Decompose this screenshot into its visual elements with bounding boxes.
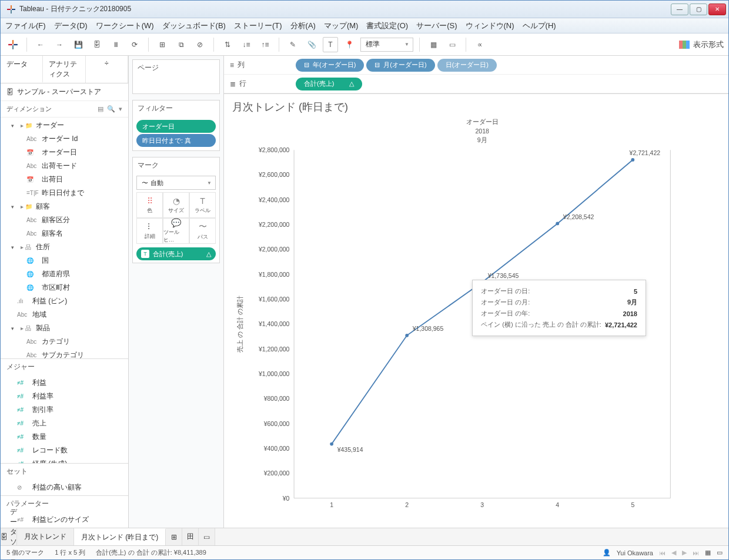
menu-server[interactable]: サーバー(S)	[416, 21, 457, 31]
swap-button[interactable]: ⇅	[220, 37, 235, 52]
menu-icon[interactable]: ▾	[119, 105, 122, 113]
menu-map[interactable]: マップ(M)	[324, 21, 359, 31]
presentation-button[interactable]: ▭	[444, 37, 460, 52]
measure-利益率[interactable]: ≠#利益率	[1, 390, 128, 403]
marks-size[interactable]: ◔サイズ	[163, 192, 189, 218]
marks-label[interactable]: Tラベル	[189, 192, 216, 218]
marks-detail[interactable]: ⠇詳細	[136, 218, 163, 244]
dim-オーダー[interactable]: ▾▸ 📁オーダー	[1, 119, 128, 132]
dim-顧客区分[interactable]: Abc顧客区分	[1, 213, 128, 227]
marks-path[interactable]: 〜パス	[189, 218, 216, 244]
share-button[interactable]: ∝	[472, 37, 487, 52]
pause-updates-button[interactable]: ⏸	[108, 37, 123, 52]
sort-desc-button[interactable]: ↑≡	[258, 37, 273, 52]
pin-button[interactable]: 📍	[342, 37, 357, 52]
nav-prev-icon[interactable]: ◀	[671, 549, 676, 556]
dim-オーダー Id[interactable]: Abcオーダー Id	[1, 132, 128, 146]
clear-button[interactable]: ⊘	[192, 37, 208, 52]
group-button[interactable]: 📎	[304, 37, 319, 52]
undo-button[interactable]: ←	[33, 37, 48, 52]
close-button[interactable]: ✕	[708, 4, 726, 15]
dim-出荷日[interactable]: 📅出荷日	[1, 173, 128, 186]
measure-レコード数[interactable]: ≠#レコード数	[1, 444, 128, 457]
sheet-tab-1[interactable]: 月次トレンド (昨日まで)	[74, 528, 166, 545]
refresh-button[interactable]: ⟳	[127, 37, 142, 52]
dim-昨日日付まで[interactable]: =T|F昨日日付まで	[1, 186, 128, 200]
menu-data[interactable]: データ(D)	[54, 21, 88, 31]
marks-color[interactable]: ⠿色	[136, 192, 163, 218]
tableau-icon[interactable]	[5, 37, 21, 52]
highlight-button[interactable]: ✎	[285, 37, 300, 52]
dim-都道府県[interactable]: 🌐都道府県	[1, 267, 128, 281]
marks-pill-sum-sales[interactable]: T合計(売上)△	[136, 247, 216, 260]
new-worksheet-button[interactable]: ⊞	[155, 37, 170, 52]
dim-顧客[interactable]: ▾▸ 📁顧客	[1, 200, 128, 213]
svg-text:¥1,308,965: ¥1,308,965	[412, 325, 444, 332]
maximize-button[interactable]: ▢	[690, 4, 707, 15]
collapse-pane-button[interactable]: ÷	[86, 56, 128, 83]
dim-カテゴリ[interactable]: Abcカテゴリ	[1, 335, 128, 348]
fit-dropdown[interactable]: 標準	[360, 38, 413, 52]
menu-format[interactable]: 書式設定(O)	[366, 21, 408, 31]
dim-製品[interactable]: ▾▸ 品製品	[1, 321, 128, 335]
dim-利益 (ビン)[interactable]: .ılı利益 (ビン)	[1, 294, 128, 308]
redo-button[interactable]: →	[52, 37, 67, 52]
label-button[interactable]: T	[323, 37, 338, 52]
datasource-tab[interactable]: 🗄 データ ソース	[1, 528, 17, 545]
view-grid-icon[interactable]: ▦	[705, 549, 711, 556]
dim-顧客名[interactable]: Abc顧客名	[1, 227, 128, 240]
new-sheet-button[interactable]: ⊞	[166, 528, 182, 545]
dim-地域[interactable]: Abc地域	[1, 308, 128, 321]
sort-asc-button[interactable]: ↓≡	[239, 37, 254, 52]
set-利益の高い顧客[interactable]: ⊘利益の高い顧客	[1, 481, 128, 494]
dimensions-tree: ▾▸ 📁オーダーAbcオーダー Id📅オーダー日Abc出荷モード📅出荷日=T|F…	[1, 118, 128, 358]
dim-出荷モード[interactable]: Abc出荷モード	[1, 159, 128, 173]
menu-dashboard[interactable]: ダッシュボード(B)	[162, 21, 226, 31]
tab-data[interactable]: データ	[1, 56, 43, 83]
view-icon[interactable]: ▤	[98, 105, 103, 113]
datasource-row[interactable]: 🗄 サンプル - スーパーストア	[1, 83, 128, 101]
nav-last-icon[interactable]: ⏭	[693, 549, 699, 556]
minimize-button[interactable]: —	[671, 4, 688, 15]
param-利益ビンのサイズ[interactable]: ≠#利益ビンのサイズ	[1, 513, 128, 527]
dim-住所[interactable]: ▾▸ 品住所	[1, 240, 128, 254]
duplicate-button[interactable]: ⧉	[173, 37, 189, 52]
new-dashboard-button[interactable]: 田	[182, 528, 199, 545]
menu-file[interactable]: ファイル(F)	[5, 21, 46, 31]
measure-利益[interactable]: ≠#利益	[1, 376, 128, 390]
sheet-tab-0[interactable]: 月次トレンド	[17, 528, 74, 545]
dim-オーダー日[interactable]: 📅オーダー日	[1, 146, 128, 159]
nav-next-icon[interactable]: ▶	[682, 549, 687, 556]
search-icon[interactable]: 🔍	[107, 105, 115, 113]
marks-tooltip[interactable]: 💬ツールヒ…	[163, 218, 189, 244]
dim-市区町村[interactable]: 🌐市区町村	[1, 281, 128, 294]
col-pill-month[interactable]: ⊟ 月(オーダー日)	[366, 59, 434, 72]
filter-pill-yesterday[interactable]: 昨日日付まで: 真	[136, 134, 216, 147]
measure-売上[interactable]: ≠#売上	[1, 417, 128, 430]
filter-pill-order-date[interactable]: オーダー日	[136, 120, 216, 133]
measure-経度 (生成)[interactable]: ≠#経度 (生成)	[1, 457, 128, 463]
save-button[interactable]: 💾	[71, 37, 86, 52]
rows-shelf[interactable]: ≣行 合計(売上)△	[224, 75, 728, 93]
view-slides-icon[interactable]: ▭	[717, 549, 723, 556]
new-story-button[interactable]: ▭	[199, 528, 215, 545]
menu-help[interactable]: ヘルプ(H)	[523, 21, 556, 31]
col-pill-year[interactable]: ⊟ 年(オーダー日)	[296, 59, 364, 72]
dim-国[interactable]: 🌐国	[1, 254, 128, 267]
nav-first-icon[interactable]: ⏮	[659, 549, 666, 556]
tab-analytics[interactable]: アナリティクス	[43, 56, 85, 83]
menu-analysis[interactable]: 分析(A)	[290, 21, 316, 31]
new-datasource-button[interactable]: 🗄	[89, 37, 105, 52]
dim-サブカテゴリ[interactable]: Abcサブカテゴリ	[1, 348, 128, 358]
menu-story[interactable]: ストーリー(T)	[234, 21, 282, 31]
menu-worksheet[interactable]: ワークシート(W)	[96, 21, 154, 31]
columns-shelf[interactable]: ≡列 ⊟ 年(オーダー日) ⊟ 月(オーダー日) 日(オーダー日)	[224, 56, 728, 75]
mark-type-select[interactable]: 〜 自動	[136, 176, 216, 190]
measure-割引率[interactable]: ≠#割引率	[1, 403, 128, 417]
menu-window[interactable]: ウィンドウ(N)	[466, 21, 514, 31]
measure-数量[interactable]: ≠#数量	[1, 430, 128, 444]
show-me-button[interactable]: 表示形式	[679, 39, 724, 50]
col-pill-day[interactable]: 日(オーダー日)	[437, 59, 497, 72]
show-cards-button[interactable]: ▦	[426, 37, 441, 52]
row-pill-sum-sales[interactable]: 合計(売上)△	[296, 78, 362, 90]
